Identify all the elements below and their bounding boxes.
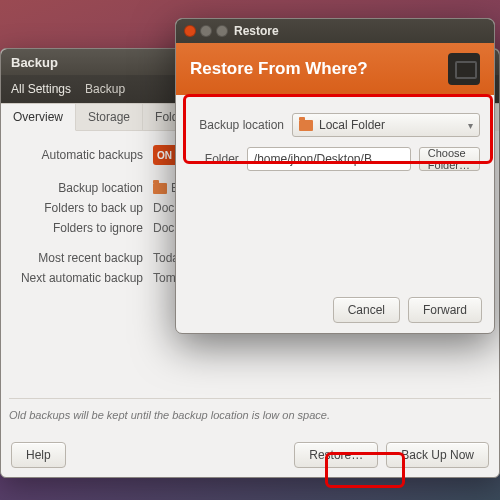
label-next-backup: Next automatic backup: [9, 271, 143, 285]
help-button[interactable]: Help: [11, 442, 66, 468]
forward-button[interactable]: Forward: [408, 297, 482, 323]
title-text: Backup: [11, 55, 58, 70]
combo-backup-location[interactable]: Local Folder: [292, 113, 480, 137]
folder-icon: [153, 183, 167, 194]
restore-footer: Cancel Forward: [176, 287, 494, 333]
close-icon[interactable]: [184, 25, 196, 37]
label-folders-backup: Folders to back up: [9, 201, 143, 215]
toolbar-all-settings[interactable]: All Settings: [11, 82, 71, 96]
folder-path-input[interactable]: [247, 147, 411, 171]
window-controls: [184, 25, 228, 37]
safe-icon: [448, 53, 480, 85]
toggle-state: ON: [157, 150, 172, 161]
toolbar-backup[interactable]: Backup: [85, 82, 125, 96]
minimize-icon[interactable]: [200, 25, 212, 37]
maximize-icon[interactable]: [216, 25, 228, 37]
label-restore-folder: Folder: [190, 152, 239, 166]
label-restore-location: Backup location: [190, 118, 284, 132]
restore-header: Restore From Where?: [176, 43, 494, 95]
label-folders-ignore: Folders to ignore: [9, 221, 143, 235]
tab-storage[interactable]: Storage: [76, 104, 143, 131]
folder-icon: [299, 120, 313, 131]
restore-window: Restore Restore From Where? Backup locat…: [175, 18, 495, 334]
restore-button[interactable]: Restore…: [294, 442, 378, 468]
tab-overview[interactable]: Overview: [1, 104, 76, 131]
label-most-recent: Most recent backup: [9, 251, 143, 265]
label-auto-backups: Automatic backups: [9, 148, 143, 162]
cancel-button[interactable]: Cancel: [333, 297, 400, 323]
label-backup-location: Backup location: [9, 181, 143, 195]
restore-header-text: Restore From Where?: [190, 59, 368, 79]
backup-now-button[interactable]: Back Up Now: [386, 442, 489, 468]
note-old-backups: Old backups will be kept until the backu…: [9, 398, 491, 421]
backup-footer: Help Restore… Back Up Now: [1, 433, 499, 477]
restore-title-text: Restore: [234, 24, 279, 38]
choose-folder-button[interactable]: Choose Folder…: [419, 147, 480, 171]
combo-value: Local Folder: [319, 118, 385, 132]
restore-titlebar: Restore: [176, 19, 494, 43]
restore-body: Backup location Local Folder Folder Choo…: [176, 95, 494, 199]
